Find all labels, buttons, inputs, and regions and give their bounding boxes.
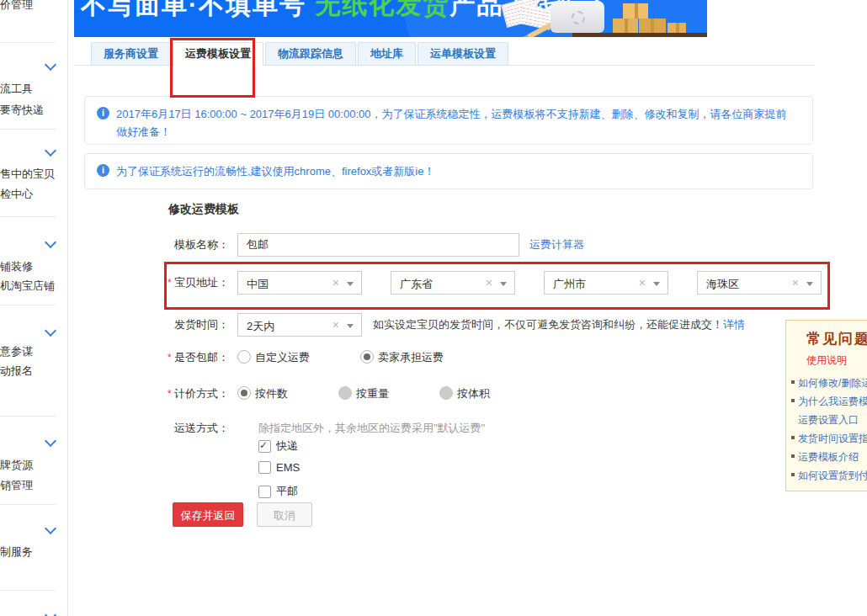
sidebar-item[interactable]: 销管理	[0, 478, 67, 493]
shipping-method-option-0[interactable]: 快递	[258, 438, 298, 454]
faq-link-row: 发货时间设置指南	[786, 428, 867, 447]
browser-alert-text: 为了保证系统运行的流畅性,建议使用chrome、firefox或者新版ie！	[116, 162, 434, 189]
sidebar-divider	[0, 216, 56, 217]
usage-instructions-link[interactable]: 使用说明	[806, 353, 867, 368]
pricing-method-option-0[interactable]: 按件数	[237, 386, 288, 401]
faq-link-row: 如何设置货到付款	[786, 465, 867, 484]
sidebar-section-toggle[interactable]	[0, 435, 67, 449]
faq-link[interactable]: 运费模板介绍	[798, 451, 859, 463]
shipping-method-label: 运送方式：	[74, 421, 229, 436]
shipping-method-option-1[interactable]: EMS	[258, 461, 300, 474]
free-shipping-row: 是否包邮： 自定义运费卖家承担运费	[74, 350, 494, 365]
sidebar-divider	[0, 590, 56, 591]
tab-service-provider[interactable]: 服务商设置	[91, 42, 171, 66]
chevron-down-icon[interactable]	[347, 324, 354, 328]
free-shipping-label: 是否包邮：	[74, 350, 229, 365]
cancel-button[interactable]: 取消	[257, 502, 312, 527]
sidebar-section-toggle[interactable]	[0, 609, 67, 616]
delivery-time-select[interactable]: 2天内 ×	[237, 313, 362, 337]
sidebar-section-toggle[interactable]	[0, 236, 67, 250]
info-icon	[97, 107, 109, 119]
faq-link[interactable]: 为什么我运费模板	[798, 396, 867, 407]
sidebar-item[interactable]: 价管理	[0, 0, 67, 13]
sidebar-item[interactable]: 售中的宝贝	[0, 167, 67, 182]
shipping-method-checkbox[interactable]	[258, 461, 271, 474]
table-illustration	[572, 33, 707, 37]
shipping-calculator-link[interactable]: 运费计算器	[529, 237, 584, 252]
faq-link[interactable]: 发货时间设置指南	[798, 433, 867, 444]
free-shipping-option-1[interactable]: 卖家承担运费	[360, 350, 444, 365]
shipping-method-option-2[interactable]: 平邮	[258, 484, 298, 499]
chevron-down-icon[interactable]	[45, 145, 56, 157]
chevron-down-icon[interactable]	[45, 59, 56, 71]
pricing-method-label: 计价方式：	[74, 386, 229, 401]
bullet-icon	[791, 454, 795, 458]
sidebar-divider	[0, 42, 56, 43]
pricing-method-option-label: 按重量	[356, 387, 389, 400]
free-shipping-radio-1[interactable]	[360, 350, 374, 364]
left-sidebar: 价管理流工具要寄快递售中的宝贝检中心铺装修机淘宝店铺意参谋动报名牌货源销管理制服…	[0, 0, 68, 616]
pricing-method-option-1[interactable]: 按重量	[338, 386, 389, 401]
sidebar-section-toggle[interactable]	[0, 523, 67, 536]
shipping-method-checkbox[interactable]	[258, 440, 271, 453]
sidebar-item[interactable]: 流工具	[0, 82, 67, 97]
faq-link[interactable]: 如何设置货到付款	[798, 470, 867, 481]
shipping-method-option-label: 快递	[276, 438, 298, 454]
template-name-input[interactable]	[237, 233, 519, 257]
free-shipping-radio-0[interactable]	[237, 350, 251, 364]
sidebar-item[interactable]: 牌货源	[0, 458, 67, 473]
promo-banner[interactable]: 不写面单·不填单号 无纸化发货产品上线啦！	[74, 0, 707, 37]
chevron-down-icon[interactable]	[45, 325, 56, 337]
sidebar-section-toggle[interactable]	[0, 325, 67, 338]
detail-link[interactable]: 详情	[723, 318, 745, 331]
banner-headline-segment: 无纸化发货	[315, 0, 449, 19]
sidebar-item[interactable]: 要寄快递	[0, 103, 67, 118]
info-icon	[97, 164, 109, 177]
tab-logistics-tracking[interactable]: 物流跟踪信息	[265, 42, 356, 66]
pricing-method-option-label: 按件数	[255, 387, 288, 400]
faq-link[interactable]: 运费设置入口	[798, 414, 859, 426]
maintenance-alert-text: 2017年6月17日 16:00:00 ~ 2017年6月19日 00:00:0…	[116, 105, 797, 144]
chevron-down-icon[interactable]	[45, 236, 56, 248]
clear-icon[interactable]: ×	[332, 318, 339, 332]
pricing-method-row: 计价方式： 按件数按重量按体积	[74, 386, 540, 401]
shipping-method-hint: 除指定地区外，其余地区的运费采用"默认运费"	[258, 421, 485, 436]
save-and-return-button[interactable]: 保存并返回	[173, 502, 243, 527]
sidebar-divider	[0, 129, 56, 130]
sidebar-item[interactable]: 动报名	[0, 364, 67, 379]
bullet-icon	[791, 380, 795, 384]
free-shipping-option-label: 自定义运费	[255, 351, 310, 364]
sidebar-item[interactable]: 意参谋	[0, 344, 67, 359]
delivery-time-label: 发货时间：	[74, 317, 229, 332]
tab-address-book[interactable]: 地址库	[358, 42, 416, 66]
faq-link-row: 运费模板介绍	[786, 447, 867, 465]
faq-link-row: 如何修改/删除运费模板	[786, 373, 867, 391]
sidebar-divider	[0, 504, 56, 505]
shipping-method-option-label: EMS	[276, 461, 300, 474]
tab-waybill-template[interactable]: 运单模板设置	[418, 42, 508, 66]
free-shipping-option-label: 卖家承担运费	[378, 351, 444, 364]
sidebar-divider	[0, 416, 56, 417]
chevron-down-icon[interactable]	[45, 609, 56, 616]
faq-link[interactable]: 如何修改/删除运费模板	[798, 377, 867, 389]
maintenance-alert: 2017年6月17日 16:00:00 ~ 2017年6月19日 00:00:0…	[84, 96, 813, 145]
pricing-method-radio-2	[439, 386, 453, 400]
annotation-box-active-tab	[170, 38, 255, 98]
chevron-down-icon[interactable]	[45, 435, 56, 447]
pricing-method-radio-0[interactable]	[237, 386, 251, 400]
sidebar-item[interactable]: 机淘宝店铺	[0, 279, 67, 294]
bullet-icon	[791, 399, 795, 402]
faq-panel: 常见问题 使用说明 如何修改/删除运费模板为什么我运费模板运费设置入口发货时间设…	[785, 320, 867, 491]
chevron-down-icon[interactable]	[45, 523, 56, 534]
sidebar-item[interactable]: 制服务	[0, 544, 67, 560]
package-box-illustration	[613, 19, 638, 33]
sidebar-item[interactable]: 铺装修	[0, 259, 67, 274]
sidebar-item[interactable]: 检中心	[0, 187, 67, 202]
sidebar-section-toggle[interactable]	[0, 59, 67, 72]
free-shipping-option-0[interactable]: 自定义运费	[237, 350, 310, 365]
shipping-method-checkbox[interactable]	[258, 486, 271, 498]
package-box-illustration	[623, 3, 648, 19]
page-title: 修改运费模板	[168, 202, 239, 217]
pricing-method-option-2[interactable]: 按体积	[439, 386, 490, 401]
sidebar-section-toggle[interactable]	[0, 145, 67, 158]
